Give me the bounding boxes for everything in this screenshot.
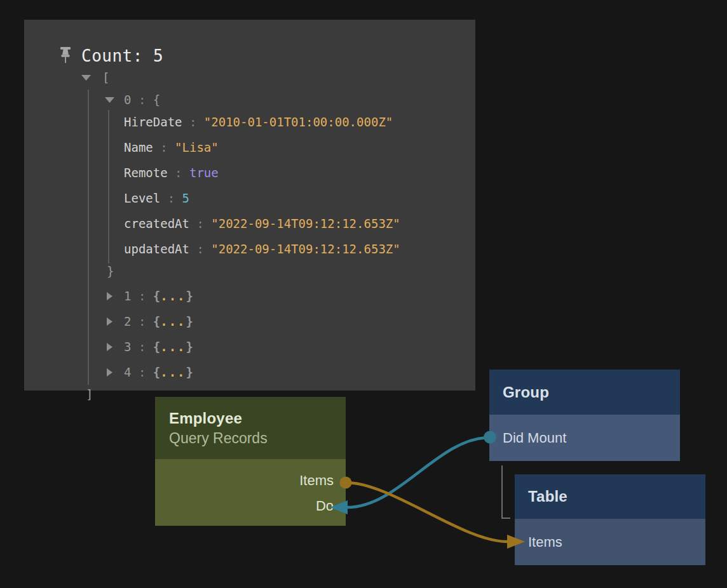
field-key: updatedAt [124, 242, 189, 256]
field-value: 5 [182, 191, 189, 205]
port-items-output[interactable]: Items [299, 472, 334, 489]
collapse-toggle-icon[interactable] [105, 97, 114, 103]
inspector-header: Count: 5 [58, 45, 163, 67]
field-value: "Lisa" [175, 140, 219, 154]
json-collapsed-row: 1 : {...} [105, 285, 193, 307]
collapse-toggle-icon[interactable] [81, 75, 91, 81]
json-field-row: Remote : true [124, 162, 219, 184]
node-table-body: Items [515, 519, 705, 565]
json-collapsed-row: 3 : {...} [105, 336, 193, 357]
json-collapsed-row: 4 : {...} [105, 361, 193, 383]
tree-guide-line [88, 90, 89, 385]
node-title: Group [503, 384, 549, 401]
expand-toggle-icon[interactable] [105, 292, 114, 300]
array-index: 3 [124, 340, 131, 354]
field-value: "2010-01-01T01:00:00.000Z" [204, 115, 393, 129]
node-title: Employee [169, 410, 346, 427]
node-title: Table [528, 488, 567, 505]
array-open-bracket: [ [102, 70, 109, 84]
expand-toggle-icon[interactable] [105, 343, 114, 351]
wire-didmount-to-do[interactable] [348, 438, 489, 507]
wire-items-to-items[interactable] [346, 483, 507, 542]
json-tree-row: ] [86, 384, 93, 405]
field-value: true [189, 166, 219, 180]
array-index: 1 [124, 289, 131, 303]
array-index: 4 [124, 365, 131, 379]
port-dot-didmount-output[interactable] [484, 431, 496, 444]
field-key: Remote [124, 166, 168, 180]
node-employee-header[interactable]: Employee Query Records [155, 397, 346, 459]
object-open-brace: { [153, 93, 160, 107]
port-dot-items-output[interactable] [340, 477, 352, 489]
field-value: "2022-09-14T09:12:12.653Z" [211, 217, 400, 231]
port-didmount-output[interactable]: Did Mount [489, 415, 680, 461]
json-field-row: updatedAt : "2022-09-14T09:12:12.653Z" [124, 238, 400, 260]
expand-toggle-icon[interactable] [105, 317, 114, 326]
field-value: "2022-09-14T09:12:12.653Z" [211, 242, 400, 256]
expand-toggle-icon[interactable] [105, 368, 114, 377]
field-key: HireDate [124, 115, 182, 129]
json-field-row: Level : 5 [124, 187, 189, 209]
json-collapsed-row: 2 : {...} [105, 311, 193, 332]
node-table-header[interactable]: Table [515, 474, 705, 519]
inspector-title: Count: 5 [81, 46, 163, 65]
node-subtitle: Query Records [169, 430, 346, 447]
array-index: 2 [124, 314, 131, 328]
json-field-row: HireDate : "2010-01-01T01:00:00.000Z" [124, 111, 393, 133]
port-items-input[interactable]: Items [515, 519, 705, 565]
data-inspector-panel: Count: 5 [ 0 : { HireDate : "2010-01-01T… [24, 20, 475, 391]
node-group[interactable]: Group Did Mount [489, 370, 680, 461]
json-tree-row: 0 : { [105, 89, 160, 110]
json-field-row: createdAt : "2022-09-14T09:12:12.653Z" [124, 213, 400, 234]
group-table-hierarchy-line [502, 465, 510, 518]
array-index: 0 [124, 93, 131, 107]
field-key: createdAt [124, 217, 189, 231]
json-field-row: Name : "Lisa" [124, 137, 219, 158]
node-employee[interactable]: Employee Query Records Items Do [155, 397, 346, 526]
pin-icon[interactable] [58, 46, 72, 65]
node-employee-body: Items Do [155, 459, 346, 526]
tree-guide-line [108, 110, 109, 264]
object-close-brace: } [107, 264, 114, 278]
json-tree-row: } [107, 260, 114, 282]
field-key: Level [124, 191, 160, 205]
node-table[interactable]: Table Items [515, 474, 705, 565]
node-group-body: Did Mount [489, 415, 680, 461]
field-key: Name [124, 140, 153, 154]
json-tree-row: [ [81, 67, 109, 88]
port-do-input[interactable]: Do [316, 498, 334, 514]
node-graph-canvas[interactable]: Count: 5 [ 0 : { HireDate : "2010-01-01T… [0, 0, 727, 588]
node-group-header[interactable]: Group [489, 370, 680, 415]
array-close-bracket: ] [86, 387, 93, 401]
